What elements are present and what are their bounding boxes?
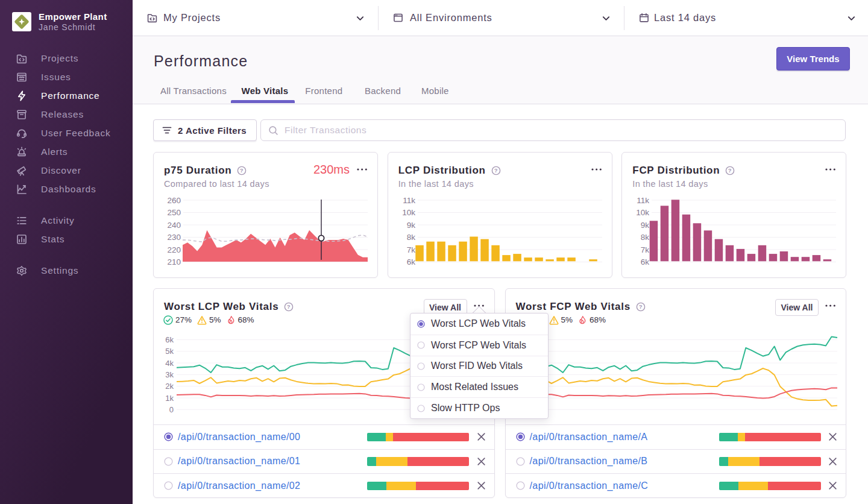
svg-text:7k: 7k bbox=[406, 245, 415, 254]
svg-text:9k: 9k bbox=[641, 221, 650, 230]
svg-text:250: 250 bbox=[167, 208, 181, 217]
svg-text:?: ? bbox=[494, 167, 498, 174]
svg-text:7k: 7k bbox=[641, 245, 650, 254]
svg-text:2k: 2k bbox=[165, 382, 174, 391]
svg-text:11k: 11k bbox=[403, 196, 415, 205]
svg-text:6k: 6k bbox=[165, 335, 174, 344]
svg-text:?: ? bbox=[240, 167, 244, 174]
svg-text:0: 0 bbox=[169, 405, 174, 414]
svg-text:5k: 5k bbox=[165, 347, 174, 356]
svg-text:?: ? bbox=[728, 167, 732, 174]
svg-text:4k: 4k bbox=[165, 358, 174, 367]
svg-text:?: ? bbox=[287, 303, 291, 310]
svg-text:9k: 9k bbox=[406, 221, 415, 230]
svg-text:260: 260 bbox=[167, 196, 181, 205]
svg-text:6k: 6k bbox=[406, 257, 415, 266]
svg-text:240: 240 bbox=[167, 221, 181, 230]
svg-text:220: 220 bbox=[167, 245, 181, 254]
svg-text:6k: 6k bbox=[641, 257, 650, 266]
svg-text:?: ? bbox=[639, 303, 643, 310]
svg-text:11k: 11k bbox=[637, 196, 650, 205]
svg-text:8k: 8k bbox=[406, 233, 415, 242]
svg-text:230: 230 bbox=[167, 233, 181, 242]
svg-text:8k: 8k bbox=[641, 233, 650, 242]
svg-text:1k: 1k bbox=[165, 393, 174, 402]
svg-text:3k: 3k bbox=[165, 370, 174, 379]
svg-text:210: 210 bbox=[167, 257, 181, 266]
svg-text:10k: 10k bbox=[637, 208, 650, 217]
svg-text:10k: 10k bbox=[402, 208, 415, 217]
